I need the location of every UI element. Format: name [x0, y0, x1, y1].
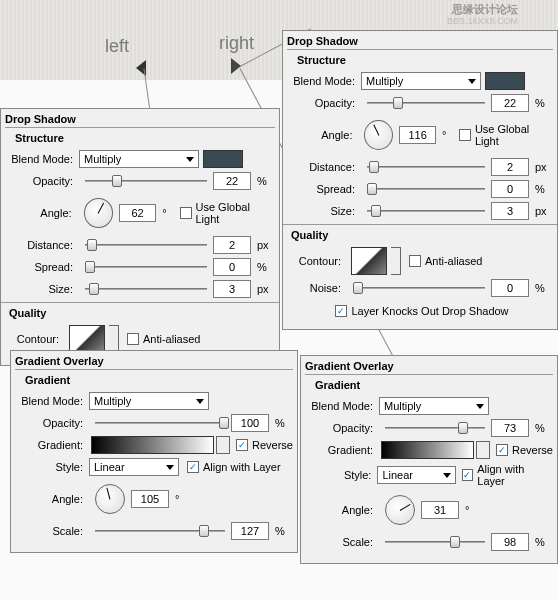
gradient-preview[interactable] [381, 441, 474, 459]
opacity-slider[interactable] [95, 415, 225, 431]
style-dropdown[interactable]: Linear [89, 458, 179, 476]
size-slider[interactable] [85, 281, 207, 297]
global-light-label: Use Global Light [196, 201, 276, 225]
anti-aliased-checkbox[interactable] [127, 333, 139, 345]
distance-input[interactable]: 2 [213, 236, 251, 254]
chevron-down-icon [196, 399, 204, 404]
section-title: Gradient Overlay [15, 355, 293, 370]
distance-slider[interactable] [367, 159, 485, 175]
scale-input[interactable]: 127 [231, 522, 269, 540]
color-swatch[interactable] [203, 150, 243, 168]
angle-unit: ° [162, 207, 180, 219]
contour-preview[interactable] [69, 325, 105, 353]
distance-label: Distance: [291, 161, 361, 173]
style-value: Linear [382, 469, 413, 481]
chevron-down-icon [186, 157, 194, 162]
left-label: left [105, 36, 129, 57]
gradient-label: Gradient: [19, 439, 89, 451]
spread-unit: % [257, 261, 275, 273]
blend-mode-value: Multiply [94, 395, 131, 407]
global-light-checkbox[interactable] [180, 207, 192, 219]
spread-label: Spread: [9, 261, 79, 273]
gradient-dropdown[interactable] [476, 441, 490, 459]
spread-slider[interactable] [85, 259, 207, 275]
global-light-checkbox[interactable] [459, 129, 471, 141]
blend-mode-dropdown[interactable]: Multiply [379, 397, 489, 415]
gradient-dropdown[interactable] [216, 436, 230, 454]
angle-dial[interactable] [385, 495, 415, 525]
anti-aliased-checkbox[interactable] [409, 255, 421, 267]
opacity-input[interactable]: 100 [231, 414, 269, 432]
reverse-checkbox[interactable]: ✓ [236, 439, 248, 451]
opacity-input[interactable]: 73 [491, 419, 529, 437]
scale-unit: % [535, 536, 553, 548]
angle-input[interactable]: 105 [131, 490, 169, 508]
size-unit: px [257, 283, 275, 295]
blend-mode-dropdown[interactable]: Multiply [79, 150, 199, 168]
scale-input[interactable]: 98 [491, 533, 529, 551]
blend-mode-label: Blend Mode: [19, 395, 89, 407]
align-label: Align with Layer [477, 463, 553, 487]
noise-label: Noise: [291, 282, 347, 294]
distance-input[interactable]: 2 [491, 158, 529, 176]
angle-dial[interactable] [84, 198, 113, 228]
angle-dial[interactable] [95, 484, 125, 514]
opacity-input[interactable]: 22 [491, 94, 529, 112]
scale-label: Scale: [19, 525, 89, 537]
style-dropdown[interactable]: Linear [377, 466, 455, 484]
opacity-unit: % [257, 175, 275, 187]
size-input[interactable]: 3 [213, 280, 251, 298]
align-checkbox[interactable]: ✓ [187, 461, 199, 473]
spread-slider[interactable] [367, 181, 485, 197]
distance-label: Distance: [9, 239, 79, 251]
contour-dropdown[interactable] [109, 325, 119, 353]
scale-slider[interactable] [95, 523, 225, 539]
opacity-input[interactable]: 22 [213, 172, 251, 190]
contour-dropdown[interactable] [391, 247, 401, 275]
opacity-slider[interactable] [385, 420, 485, 436]
opacity-slider[interactable] [367, 95, 485, 111]
gradient-label: Gradient: [309, 444, 379, 456]
noise-unit: % [535, 282, 553, 294]
blend-mode-dropdown[interactable]: Multiply [89, 392, 209, 410]
opacity-slider[interactable] [85, 173, 207, 189]
spread-input[interactable]: 0 [491, 180, 529, 198]
opacity-unit: % [535, 97, 553, 109]
quality-subtitle: Quality [9, 307, 275, 319]
knocks-out-checkbox[interactable]: ✓ [335, 305, 347, 317]
noise-slider[interactable] [353, 280, 485, 296]
knocks-out-label: Layer Knocks Out Drop Shadow [351, 305, 508, 317]
spread-input[interactable]: 0 [213, 258, 251, 276]
section-title: Drop Shadow [287, 35, 553, 50]
contour-preview[interactable] [351, 247, 387, 275]
distance-slider[interactable] [85, 237, 207, 253]
blend-mode-value: Multiply [384, 400, 421, 412]
scale-slider[interactable] [385, 534, 485, 550]
color-swatch[interactable] [485, 72, 525, 90]
blend-mode-value: Multiply [366, 75, 403, 87]
right-label: right [219, 33, 254, 54]
angle-unit: ° [442, 129, 459, 141]
size-slider[interactable] [367, 203, 485, 219]
blend-mode-dropdown[interactable]: Multiply [361, 72, 481, 90]
right-drop-shadow-panel: Drop Shadow Structure Blend Mode: Multip… [282, 30, 558, 330]
style-label: Style: [309, 469, 377, 481]
size-input[interactable]: 3 [491, 202, 529, 220]
angle-unit: ° [175, 493, 193, 505]
align-label: Align with Layer [203, 461, 281, 473]
reverse-label: Reverse [512, 444, 553, 456]
structure-subtitle: Structure [297, 54, 553, 66]
reverse-label: Reverse [252, 439, 293, 451]
noise-input[interactable]: 0 [491, 279, 529, 297]
angle-input[interactable]: 62 [119, 204, 156, 222]
angle-input[interactable]: 116 [399, 126, 436, 144]
angle-input[interactable]: 31 [421, 501, 459, 519]
reverse-checkbox[interactable]: ✓ [496, 444, 508, 456]
watermark-url: BBS.16XX8.COM [447, 16, 518, 26]
align-checkbox[interactable]: ✓ [462, 469, 474, 481]
chevron-down-icon [166, 465, 174, 470]
angle-dial[interactable] [364, 120, 393, 150]
chevron-down-icon [468, 79, 476, 84]
gradient-preview[interactable] [91, 436, 214, 454]
angle-label: Angle: [19, 493, 89, 505]
